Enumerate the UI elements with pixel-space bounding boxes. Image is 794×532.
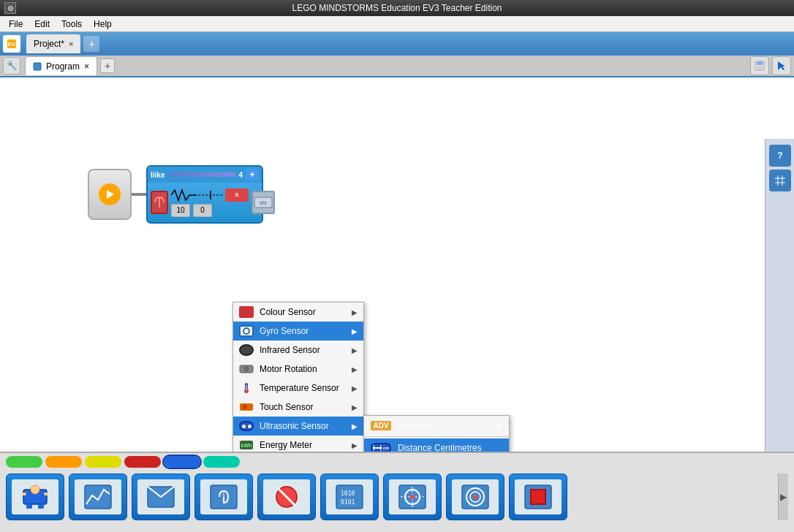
expand-palette-button[interactable]: ▶ xyxy=(778,474,788,520)
ultrasonic-sensor-icon xyxy=(239,420,254,432)
menu-file[interactable]: File xyxy=(3,18,29,31)
new-project-button[interactable]: + xyxy=(83,36,99,52)
palette-tab-green[interactable] xyxy=(6,456,42,468)
project-tab-close[interactable]: × xyxy=(69,39,73,48)
sensor-label: liike xyxy=(151,171,165,179)
colour-sensor-icon xyxy=(239,306,254,318)
app-icon[interactable]: ⚙ xyxy=(4,2,16,14)
colour-sensor-label: Colour Sensor xyxy=(260,307,346,317)
help-button[interactable]: ? xyxy=(769,145,791,167)
menu-help[interactable]: Help xyxy=(88,18,118,31)
advanced-label: Advanced xyxy=(398,420,436,430)
program-tab-label: Program xyxy=(46,61,80,72)
svg-text:EV: EV xyxy=(8,41,16,48)
cursor-button[interactable] xyxy=(772,56,791,75)
svg-rect-45 xyxy=(85,485,111,509)
palette-block-5[interactable] xyxy=(257,474,316,520)
toolbar-right xyxy=(750,56,791,75)
palette-tab-teal[interactable] xyxy=(203,456,240,468)
svg-point-58 xyxy=(410,495,415,499)
grid-button[interactable] xyxy=(769,170,791,191)
project-tab-label: Project* xyxy=(34,39,64,49)
right-controls-panel: ? xyxy=(765,139,794,452)
sensor-block[interactable]: liike 4 + xyxy=(146,165,263,224)
block-connector xyxy=(132,193,146,196)
menu-item-gyro-sensor[interactable]: Gyro Sensor ▶ xyxy=(233,322,363,341)
menu-tools[interactable]: Tools xyxy=(56,18,88,31)
sensor-waveform: S xyxy=(171,189,249,202)
program-tab-close[interactable]: × xyxy=(84,61,89,72)
sensor-value-4: 4 xyxy=(238,171,243,179)
menu-item-touch-sensor[interactable]: Touch Sensor ▶ xyxy=(233,398,363,417)
svg-rect-41 xyxy=(26,504,32,509)
play-button[interactable] xyxy=(99,183,121,205)
palette-block-8[interactable] xyxy=(446,474,504,520)
energy-meter-label: Energy Meter xyxy=(260,440,346,450)
program-tab[interactable]: Program × xyxy=(25,56,97,75)
bottom-palette: 10100101 ▶ xyxy=(0,452,794,532)
program-icon xyxy=(33,62,42,71)
palette-block-4[interactable] xyxy=(194,474,253,520)
sensor-progress xyxy=(167,172,235,177)
content-area: liike 4 + xyxy=(0,77,794,452)
value-display-2: 0 xyxy=(193,204,212,217)
gyro-sensor-label: Gyro Sensor xyxy=(260,326,346,336)
main-canvas[interactable]: liike 4 + xyxy=(0,77,794,452)
energy-meter-arrow: ▶ xyxy=(352,441,358,449)
svg-text:0101: 0101 xyxy=(341,499,355,506)
menu-edit[interactable]: Edit xyxy=(29,18,56,31)
sensor-icon-1 xyxy=(151,191,168,214)
sensor-icon-2: S xyxy=(225,189,249,202)
motor-rotation-label: Motor Rotation xyxy=(260,364,346,374)
palette-tab-blue[interactable] xyxy=(164,456,200,468)
temperature-sensor-label: Temperature Sensor xyxy=(260,383,346,393)
adv-icon: ADV xyxy=(370,419,392,431)
palette-block-7[interactable] xyxy=(383,474,442,520)
svg-rect-2 xyxy=(34,63,41,70)
touch-sensor-arrow: ▶ xyxy=(352,403,358,411)
gyro-sensor-arrow: ▶ xyxy=(352,327,358,335)
energy-meter-icon: kWh xyxy=(239,439,254,451)
svg-point-20 xyxy=(243,405,247,409)
touch-sensor-label: Touch Sensor xyxy=(260,402,346,412)
menu-item-colour-sensor[interactable]: Colour Sensor ▶ xyxy=(233,303,363,322)
menu-item-ultrasonic-sensor[interactable]: Ultrasonic Sensor ▶ ADV Advanced ▶ xyxy=(233,417,363,436)
menu-item-motor-rotation[interactable]: Motor Rotation ▶ xyxy=(233,360,363,379)
temperature-sensor-icon xyxy=(239,382,254,394)
svg-marker-7 xyxy=(107,190,114,199)
submenu-item-advanced[interactable]: ADV Advanced ▶ xyxy=(364,416,509,435)
menu-bar: File Edit Tools Help xyxy=(0,16,794,32)
context-menu: Colour Sensor ▶ Gyro Sensor ▶ Infrar xyxy=(232,302,364,452)
menu-item-infrared-sensor[interactable]: Infrared Sensor ▶ xyxy=(233,341,363,360)
menu-item-energy-meter[interactable]: kWh Energy Meter ▶ xyxy=(233,436,363,452)
infrared-sensor-arrow: ▶ xyxy=(352,346,358,354)
motor-rotation-arrow: ▶ xyxy=(352,365,358,373)
add-program-button[interactable]: + xyxy=(100,58,115,73)
wrench-icon[interactable]: 🔧 xyxy=(3,57,20,75)
submenu-item-distance-cm[interactable]: cm Distance Centimetres xyxy=(364,438,509,452)
palette-block-9[interactable] xyxy=(509,474,567,520)
sensor-add-button[interactable]: + xyxy=(246,169,259,180)
palette-block-2[interactable] xyxy=(69,474,127,520)
project-icon: EV xyxy=(3,35,20,53)
value-display-1: 10 xyxy=(171,204,190,217)
infrared-sensor-label: Infrared Sensor xyxy=(260,345,346,355)
palette-block-3[interactable] xyxy=(132,474,190,520)
value-2: 0 xyxy=(200,206,205,214)
menu-item-temperature-sensor[interactable]: Temperature Sensor ▶ xyxy=(233,379,363,398)
app: ⚙ LEGO MINDSTORMS Education EV3 Teacher … xyxy=(0,0,794,532)
svg-rect-44 xyxy=(44,493,48,495)
palette-blocks: 10100101 ▶ xyxy=(0,471,794,523)
palette-block-6[interactable]: 10100101 xyxy=(320,474,379,520)
palette-tab-red[interactable] xyxy=(124,456,161,468)
start-block[interactable] xyxy=(88,169,132,220)
sensor-icon-3: d/s xyxy=(252,191,275,214)
project-tab[interactable]: Project* × xyxy=(26,34,80,53)
palette-tab-yellow[interactable] xyxy=(85,456,121,468)
sensor-readings: S 10 0 xyxy=(171,189,249,217)
svg-rect-43 xyxy=(22,493,26,495)
temperature-sensor-arrow: ▶ xyxy=(352,384,358,392)
palette-tab-orange[interactable] xyxy=(45,456,82,468)
save-button[interactable] xyxy=(750,56,769,75)
palette-block-1[interactable] xyxy=(6,474,64,520)
